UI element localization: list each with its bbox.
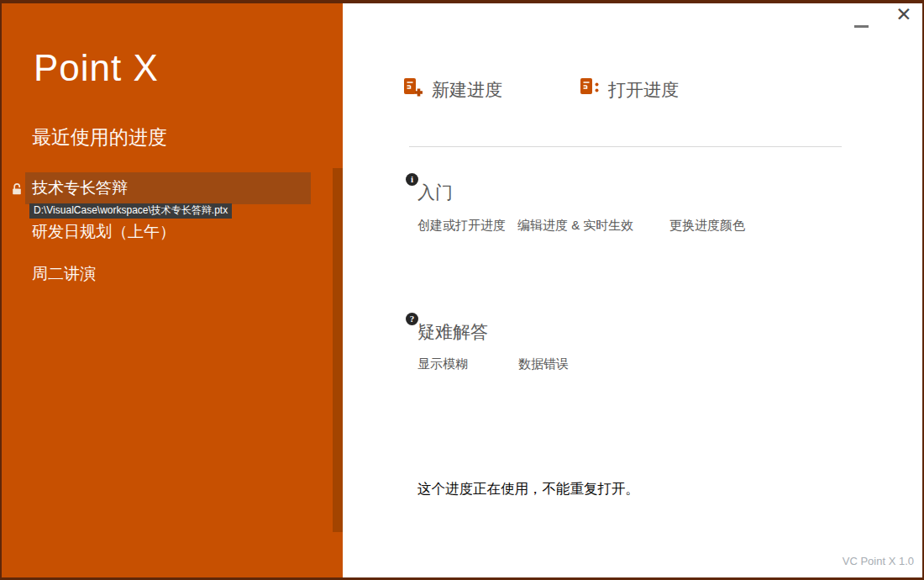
minimize-button[interactable] bbox=[847, 15, 875, 35]
recent-item-label: 技术专长答辩 bbox=[32, 179, 128, 197]
lock-open-icon bbox=[10, 182, 24, 196]
file-path-tooltip: D:\VisualCase\workspace\技术专长答辩.ptx bbox=[29, 203, 232, 219]
open-progress-icon bbox=[580, 77, 601, 103]
section-divider bbox=[409, 146, 842, 147]
info-icon: i bbox=[406, 173, 418, 186]
recent-item-label: 研发日规划（上午） bbox=[32, 223, 176, 240]
recent-files-heading: 最近使用的进度 bbox=[32, 124, 167, 150]
link-display-blur[interactable]: 显示模糊 bbox=[417, 356, 468, 372]
new-progress-button[interactable]: 新建进度 bbox=[403, 77, 502, 103]
new-progress-icon bbox=[403, 77, 424, 103]
link-data-error[interactable]: 数据错误 bbox=[518, 356, 569, 372]
getting-started-title: 入门 bbox=[417, 181, 453, 204]
main-panel: 新建进度 打开进度 i 入门 创建或打开进度 编辑进度 & 实时生效 更换进度颜… bbox=[343, 0, 924, 580]
open-progress-label: 打开进度 bbox=[608, 78, 679, 102]
close-icon: ✕ bbox=[895, 3, 911, 25]
recent-item-label: 周二讲演 bbox=[32, 265, 96, 282]
new-progress-label: 新建进度 bbox=[432, 78, 502, 102]
version-label: VC Point X 1.0 bbox=[843, 555, 914, 567]
close-button[interactable]: ✕ bbox=[889, 0, 919, 27]
sidebar: Point X 最近使用的进度 技术专长答辩 D:\VisualCase\wor… bbox=[0, 0, 343, 580]
troubleshooting-title: 疑难解答 bbox=[417, 320, 488, 344]
open-progress-button[interactable]: 打开进度 bbox=[580, 77, 679, 103]
link-create-or-open[interactable]: 创建或打开进度 bbox=[417, 218, 506, 234]
recent-item[interactable]: 周二讲演 bbox=[25, 258, 311, 290]
link-edit-progress[interactable]: 编辑进度 & 实时生效 bbox=[517, 218, 633, 234]
recent-item-selected[interactable]: 技术专长答辩 bbox=[25, 172, 311, 204]
minimize-icon bbox=[854, 25, 869, 28]
link-change-color[interactable]: 更换进度颜色 bbox=[669, 218, 745, 234]
recent-list-scrollbar[interactable] bbox=[333, 168, 343, 532]
recent-item[interactable]: 研发日规划（上午） bbox=[25, 216, 311, 248]
app-window: Point X 最近使用的进度 技术专长答辩 D:\VisualCase\wor… bbox=[0, 0, 924, 580]
question-icon: ? bbox=[406, 313, 418, 325]
status-message: 这个进度正在使用，不能重复打开。 bbox=[417, 480, 639, 498]
app-title: Point X bbox=[34, 47, 159, 89]
